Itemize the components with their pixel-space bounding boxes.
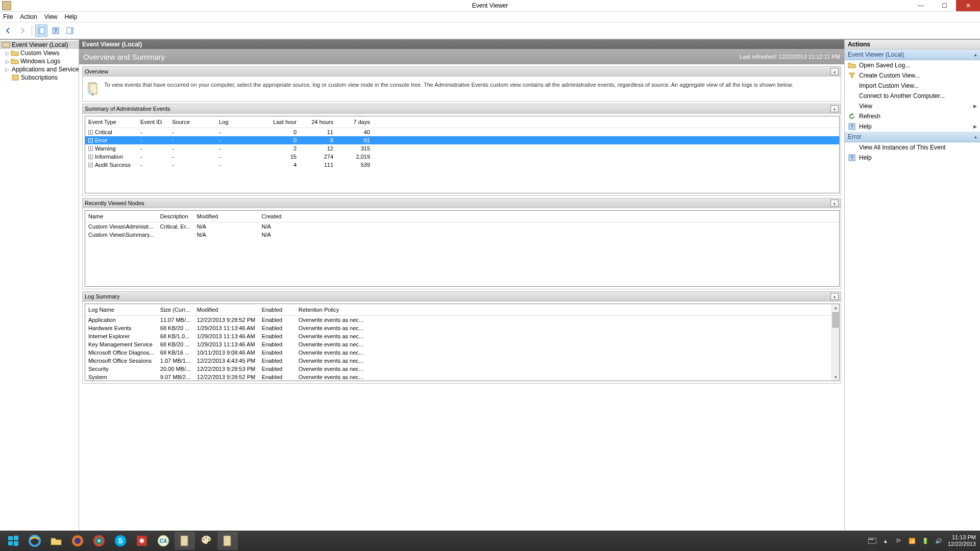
- table-row[interactable]: Internet Explorer68 KB/1.0...1/29/2013 1…: [85, 332, 832, 340]
- log-vertical-scrollbar[interactable]: ▴ ▾: [831, 304, 839, 381]
- column-header[interactable]: Modified: [194, 304, 259, 316]
- expander-icon[interactable]: ▷: [5, 67, 9, 72]
- table-row[interactable]: +Error---0881: [85, 136, 839, 144]
- console-tree[interactable]: Event Viewer (Local) ▷ Custom Views ▷ Wi…: [0, 40, 79, 539]
- column-header[interactable]: Size (Curr...: [157, 304, 194, 316]
- table-row[interactable]: Application11.07 MB/...12/22/2013 9:28:5…: [85, 316, 832, 324]
- table-row[interactable]: Security20.00 MB/...12/22/2013 9:28:53 P…: [85, 365, 832, 373]
- collapse-icon[interactable]: ▴: [974, 52, 977, 57]
- taskbar-chrome[interactable]: [89, 532, 109, 550]
- menu-action[interactable]: Action: [20, 13, 37, 20]
- column-header[interactable]: 24 hours: [300, 116, 336, 128]
- action-center-icon[interactable]: 🏳: [895, 537, 903, 545]
- scroll-up-icon[interactable]: ▴: [832, 304, 839, 311]
- action-import-custom-view[interactable]: Import Custom View...: [845, 81, 980, 91]
- menu-view[interactable]: View: [44, 13, 58, 20]
- taskbar-explorer[interactable]: [46, 532, 66, 550]
- action-group-error[interactable]: Error ▴: [845, 132, 980, 142]
- table-row[interactable]: Microsoft Office Diagnos...68 KB/16 ...1…: [85, 348, 832, 357]
- maximize-button[interactable]: ☐: [933, 0, 956, 11]
- column-header[interactable]: Description: [157, 211, 194, 222]
- action-group-event-viewer[interactable]: Event Viewer (Local) ▴: [845, 49, 980, 60]
- action-connect-computer[interactable]: Connect to Another Computer...: [845, 91, 980, 101]
- collapse-icon[interactable]: ▴: [830, 68, 839, 75]
- taskbar-event-viewer-2[interactable]: [217, 532, 238, 550]
- table-row[interactable]: +Warning---212315: [85, 144, 839, 153]
- show-hide-tree-button[interactable]: [35, 24, 47, 37]
- table-row[interactable]: +Critical---01140: [85, 128, 839, 137]
- column-header[interactable]: Event ID: [137, 116, 169, 128]
- tree-item-custom-views[interactable]: ▷ Custom Views: [0, 49, 79, 57]
- scroll-thumb[interactable]: [832, 312, 839, 328]
- column-header[interactable]: Modified: [194, 211, 259, 222]
- tree-item-windows-logs[interactable]: ▷ Windows Logs: [0, 57, 79, 65]
- column-header[interactable]: Name: [85, 211, 157, 222]
- action-create-custom-view[interactable]: Create Custom View...: [845, 70, 980, 81]
- table-row[interactable]: System9.07 MB/2...12/22/2013 9:28:52 PME…: [85, 373, 832, 381]
- volume-icon[interactable]: 🔊: [935, 537, 943, 545]
- column-header[interactable]: Log Name: [85, 304, 157, 316]
- overview-section-header[interactable]: Overview ▴: [83, 67, 841, 77]
- summary-grid[interactable]: Event TypeEvent IDSourceLogLast hour24 h…: [85, 116, 840, 193]
- collapse-icon[interactable]: ▴: [830, 105, 839, 112]
- action-open-saved-log[interactable]: Open Saved Log...: [845, 60, 980, 70]
- column-header[interactable]: Retention Policy: [296, 304, 366, 316]
- tree-root[interactable]: Event Viewer (Local): [0, 41, 79, 49]
- show-hide-action-button[interactable]: [64, 24, 76, 37]
- table-row[interactable]: +Audit Success---4111539: [85, 161, 839, 169]
- collapse-icon[interactable]: ▴: [974, 134, 977, 139]
- system-tray[interactable]: ▴ 🏳 📶 🔋 🔊 11:13 PM 12/22/2013: [868, 534, 980, 547]
- tray-up-icon[interactable]: ▴: [881, 537, 890, 545]
- tree-item-subscriptions[interactable]: Subscriptions: [0, 73, 79, 82]
- menu-help[interactable]: Help: [65, 13, 78, 20]
- help-button[interactable]: ?: [50, 24, 62, 37]
- battery-icon[interactable]: 🔋: [921, 537, 929, 545]
- action-refresh[interactable]: Refresh: [845, 111, 980, 121]
- back-button[interactable]: [2, 24, 14, 37]
- forward-button[interactable]: [16, 24, 29, 37]
- taskbar-firefox[interactable]: [67, 532, 88, 550]
- column-header[interactable]: Enabled: [259, 304, 296, 316]
- minimize-button[interactable]: —: [909, 0, 933, 11]
- taskbar-app-ca[interactable]: CA: [153, 532, 174, 550]
- collapse-icon[interactable]: ▴: [830, 293, 839, 300]
- recent-grid[interactable]: NameDescriptionModifiedCreated Custom Vi…: [85, 210, 840, 287]
- log-grid[interactable]: Log NameSize (Curr...ModifiedEnabledRete…: [85, 304, 840, 381]
- table-row[interactable]: Key Management Service68 KB/20 ...1/29/2…: [85, 340, 832, 348]
- column-header[interactable]: Source: [169, 116, 216, 128]
- summary-section-header[interactable]: Summary of Administrative Events ▴: [83, 104, 841, 114]
- taskbar-skype[interactable]: S: [110, 532, 131, 550]
- column-header[interactable]: Created: [259, 211, 324, 222]
- table-row[interactable]: Hardware Events68 KB/20 ...1/29/2013 11:…: [85, 324, 832, 332]
- column-header[interactable]: Last hour: [258, 116, 300, 128]
- action-view-all-instances[interactable]: View All Instances of This Event: [845, 142, 980, 153]
- column-header[interactable]: 7 days: [336, 116, 373, 128]
- collapse-icon[interactable]: ▴: [830, 199, 839, 207]
- recent-section-header[interactable]: Recently Viewed Nodes ▴: [83, 198, 841, 208]
- table-row[interactable]: Custom Views\Administr...Critical, Er...…: [85, 222, 839, 231]
- column-header[interactable]: Event Type: [85, 116, 137, 128]
- action-help[interactable]: ?Help▶: [845, 121, 980, 132]
- taskbar-ie[interactable]: [24, 532, 45, 550]
- taskbar-clock[interactable]: 11:13 PM 12/22/2013: [948, 534, 976, 547]
- expander-icon[interactable]: ▷: [5, 51, 10, 56]
- action-help-2[interactable]: ?Help: [845, 153, 980, 163]
- table-row[interactable]: Microsoft Office Sessions1.07 MB/1...12/…: [85, 357, 832, 365]
- start-button[interactable]: [3, 532, 23, 550]
- taskbar-app-red[interactable]: ✱: [132, 532, 152, 550]
- menu-file[interactable]: File: [3, 13, 13, 20]
- log-section-header[interactable]: Log Summary ▴: [83, 292, 841, 302]
- close-button[interactable]: ✕: [956, 0, 980, 11]
- taskbar-paint[interactable]: [196, 532, 216, 550]
- scroll-down-icon[interactable]: ▾: [832, 373, 839, 381]
- network-icon[interactable]: 📶: [908, 537, 916, 545]
- taskbar[interactable]: S ✱ CA ▴ 🏳 📶 🔋 🔊 11:13 PM 12/22/2013: [0, 531, 980, 551]
- column-header[interactable]: Log: [216, 116, 258, 128]
- keyboard-icon[interactable]: [868, 537, 876, 545]
- expander-icon[interactable]: ▷: [5, 59, 10, 64]
- action-view[interactable]: View▶: [845, 101, 980, 111]
- taskbar-event-viewer[interactable]: [175, 532, 195, 550]
- tree-item-apps-services[interactable]: ▷ Applications and Services Lo: [0, 65, 79, 73]
- table-row[interactable]: +Information---152742,019: [85, 153, 839, 161]
- table-row[interactable]: Custom Views\Summary...N/AN/A: [85, 231, 839, 239]
